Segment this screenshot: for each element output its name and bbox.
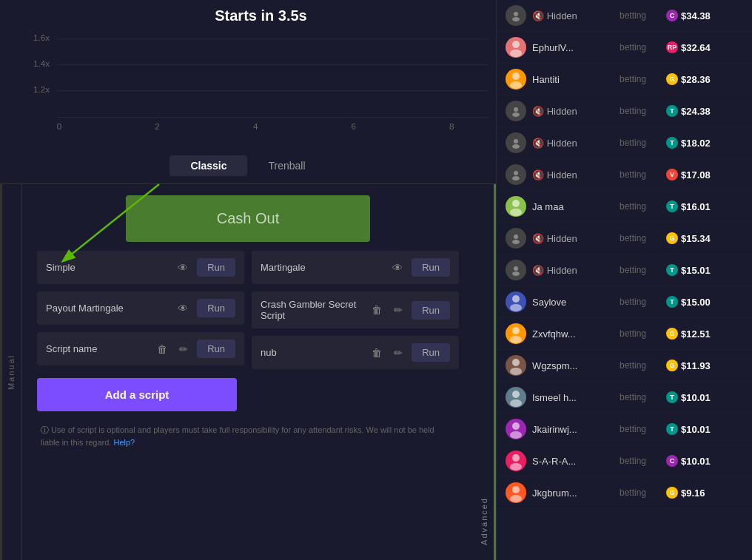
player-status: betting [620, 424, 660, 434]
svg-point-26 [512, 200, 520, 207]
svg-point-25 [512, 176, 520, 181]
eye-icon-martingale[interactable]: 👁 [389, 260, 406, 275]
player-row: 🔇 HiddenbettingT$15.01 [497, 254, 752, 286]
help-link[interactable]: Help? [113, 438, 135, 447]
player-amount: G$15.34 [666, 232, 711, 244]
trash-icon-nub[interactable]: 🗑 [369, 345, 385, 360]
tab-trenball[interactable]: Trenball [247, 155, 326, 176]
edit-icon-crash-gambler[interactable]: ✏ [391, 303, 406, 317]
player-status: betting [620, 297, 660, 307]
player-row: HantitibettingG$28.36 [497, 64, 752, 95]
player-amount: RP$32.64 [666, 41, 711, 53]
svg-point-37 [510, 368, 522, 375]
manual-side-tab[interactable]: Manual [0, 184, 22, 560]
advanced-tab-label: Advanced [480, 497, 489, 545]
avatar [506, 419, 526, 439]
left-panel: Starts in 3.5s 1.6x 1.4x 1.2x 0 2 4 6 8 … [0, 0, 496, 560]
svg-point-20 [514, 107, 518, 112]
player-row: Jkgbrum...bettingG$9.16 [497, 477, 752, 509]
player-status: betting [620, 169, 660, 180]
player-name: 🔇 Hidden [532, 169, 614, 181]
tab-classic[interactable]: Classic [169, 155, 247, 176]
player-status: betting [620, 265, 660, 275]
svg-point-14 [514, 12, 518, 16]
player-row: SaylovebettingT$15.00 [497, 286, 752, 318]
player-amount: V$17.08 [666, 169, 711, 181]
script-name-martingale: Martingale [261, 262, 383, 273]
trash-icon-script-name[interactable]: 🗑 [154, 342, 170, 357]
svg-text:6: 6 [351, 121, 355, 131]
trash-icon-crash-gambler[interactable]: 🗑 [369, 303, 385, 317]
player-amount: T$18.02 [666, 137, 711, 149]
svg-text:0: 0 [57, 121, 62, 131]
player-amount: T$15.01 [666, 264, 711, 276]
player-status: betting [620, 456, 660, 466]
player-amount: G$12.51 [666, 328, 711, 340]
run-btn-script-name[interactable]: Run [197, 340, 235, 358]
main-content: Cash Out Simple [22, 184, 474, 560]
svg-point-35 [510, 336, 522, 343]
chart-svg: 1.6x 1.4x 1.2x 0 2 4 6 8 [33, 30, 489, 134]
svg-text:1.4x: 1.4x [33, 58, 50, 68]
svg-point-18 [512, 72, 520, 80]
svg-point-36 [512, 359, 520, 366]
player-row: 🔇 HiddenbettingT$24.38 [497, 95, 752, 127]
svg-point-21 [512, 112, 520, 117]
avatar [506, 260, 526, 280]
svg-point-39 [510, 399, 522, 407]
script-row-crash-gambler: Crash Gambler Secret Script 🗑 ✏ Run [252, 291, 459, 328]
avatar [506, 228, 526, 249]
cashout-button[interactable]: Cash Out [126, 195, 370, 242]
player-name: Ismeel h... [532, 392, 614, 403]
player-row: 🔇 HiddenbettingT$18.02 [497, 127, 752, 159]
svg-point-22 [514, 139, 518, 144]
avatar [506, 482, 526, 503]
svg-point-24 [514, 171, 518, 175]
advanced-side-tab[interactable]: Advanced [474, 184, 496, 560]
tabs-bar: Classic Trenball [0, 148, 496, 184]
avatar [506, 101, 526, 121]
script-name-crash-gambler: Crash Gambler Secret Script [261, 299, 363, 321]
svg-text:8: 8 [449, 121, 454, 131]
player-status: betting [620, 392, 660, 402]
edit-icon-nub[interactable]: ✏ [391, 345, 406, 360]
svg-point-19 [510, 81, 522, 89]
player-status: betting [620, 42, 660, 53]
scripts-grid: Simple 👁 Run Payout Martingale 👁 Run Scr… [37, 251, 459, 369]
scripts-section: Simple 👁 Run Payout Martingale 👁 Run Scr… [37, 251, 459, 369]
content-area: Manual Cash Out [0, 184, 496, 560]
player-status: betting [620, 201, 660, 212]
run-btn-simple[interactable]: Run [197, 258, 235, 277]
svg-point-32 [512, 295, 520, 303]
avatar [506, 387, 526, 408]
player-name: Ja maa [532, 201, 614, 212]
avatar [506, 37, 526, 58]
player-status: betting [620, 74, 660, 84]
player-amount: T$16.01 [666, 200, 711, 212]
player-name: S-A-R-A... [532, 456, 614, 467]
player-amount: C$10.01 [666, 455, 711, 467]
svg-point-45 [510, 495, 522, 502]
player-amount: T$24.38 [666, 105, 711, 117]
svg-point-44 [512, 486, 520, 493]
manual-tab-indicator [0, 184, 2, 560]
script-row-script-name: Script name 🗑 ✏ Run [37, 332, 244, 365]
player-name: 🔇 Hidden [532, 10, 614, 21]
player-status: betting [620, 488, 660, 498]
scripts-right: Martingale 👁 Run Crash Gambler Secret Sc… [252, 251, 459, 369]
player-status: betting [620, 328, 660, 339]
script-name-nub: nub [261, 347, 363, 358]
player-name: Zxvfqhw... [532, 328, 614, 340]
player-status: betting [620, 106, 660, 116]
eye-icon-simple[interactable]: 👁 [175, 260, 191, 275]
edit-icon-script-name[interactable]: ✏ [176, 342, 191, 357]
run-btn-crash-gambler[interactable]: Run [412, 301, 450, 320]
player-row: Zxvfqhw...bettingG$12.51 [497, 318, 752, 350]
run-btn-martingale[interactable]: Run [412, 258, 450, 277]
add-script-button[interactable]: Add a script [37, 378, 237, 411]
player-row: 🔇 HiddenbettingC$34.38 [497, 0, 752, 32]
run-btn-payout-martingale[interactable]: Run [197, 299, 235, 317]
svg-point-42 [512, 454, 520, 462]
eye-icon-payout-martingale[interactable]: 👁 [175, 301, 191, 316]
run-btn-nub[interactable]: Run [412, 343, 450, 362]
